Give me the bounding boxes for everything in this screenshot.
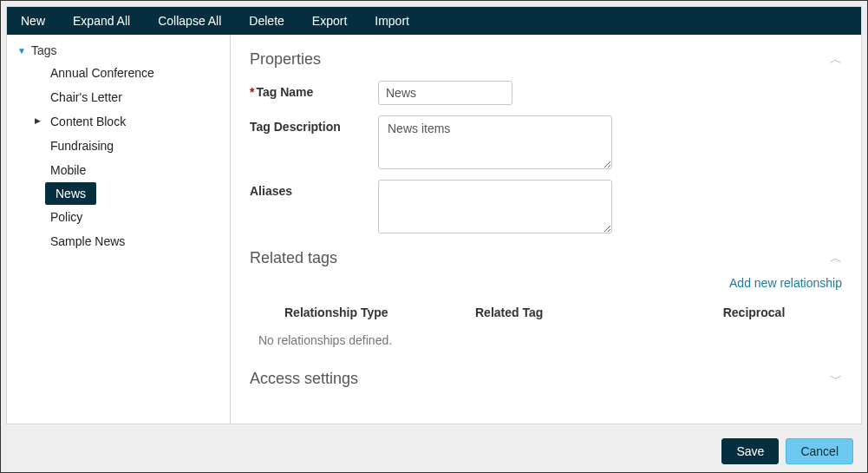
col-related-tag: Related Tag	[475, 305, 666, 319]
tag-description-textarea[interactable]: News items	[378, 115, 612, 169]
add-new-relationship-link[interactable]: Add new relationship	[250, 273, 842, 299]
toolbar-delete[interactable]: Delete	[235, 8, 297, 34]
content-panel: Properties ︿ *Tag Name Tag Description N…	[231, 35, 861, 424]
triangle-down-icon: ▼	[17, 46, 26, 56]
access-settings-header[interactable]: Access settings ﹀	[250, 363, 842, 395]
chevron-down-icon[interactable]: ﹀	[830, 371, 842, 387]
tree-item-fundraising[interactable]: Fundraising	[7, 134, 230, 158]
col-reciprocal: Reciprocal	[666, 305, 842, 319]
tree-item-annual-conference[interactable]: Annual Conference	[7, 61, 230, 85]
cancel-button[interactable]: Cancel	[786, 438, 853, 464]
chevron-up-icon[interactable]: ︿	[830, 251, 842, 266]
tag-description-label: Tag Description	[250, 115, 378, 134]
toolbar-new[interactable]: New	[7, 8, 59, 34]
tree-item-content-block[interactable]: Content Block	[7, 109, 230, 134]
tree-item-news[interactable]: News	[45, 182, 96, 205]
tree-item-sample-news[interactable]: Sample News	[7, 229, 230, 253]
required-icon: *	[250, 85, 254, 99]
properties-heading: Properties	[250, 50, 321, 69]
tree-root-label: Tags	[31, 43, 57, 57]
save-button[interactable]: Save	[721, 438, 779, 464]
toolbar-import[interactable]: Import	[361, 8, 423, 34]
tree-root-tags[interactable]: ▼ Tags	[7, 40, 230, 61]
tree-item-mobile[interactable]: Mobile	[7, 158, 230, 182]
toolbar-collapse-all[interactable]: Collapse All	[144, 8, 235, 34]
aliases-textarea[interactable]	[378, 180, 612, 233]
aliases-label: Aliases	[250, 180, 378, 198]
access-settings-heading: Access settings	[250, 370, 358, 388]
sidebar-tree: ▼ Tags Annual Conference Chair's Letter …	[7, 35, 231, 424]
relationship-table-header: Relationship Type Related Tag Reciprocal	[250, 299, 842, 330]
footer-buttons: Save Cancel	[1, 430, 867, 464]
tree-item-chairs-letter[interactable]: Chair's Letter	[7, 85, 230, 109]
properties-header[interactable]: Properties ︿	[250, 43, 842, 76]
chevron-up-icon[interactable]: ︿	[830, 52, 842, 68]
tag-name-label: *Tag Name	[250, 81, 378, 99]
tag-name-input[interactable]	[378, 81, 512, 105]
toolbar-expand-all[interactable]: Expand All	[59, 8, 144, 34]
toolbar-export[interactable]: Export	[298, 8, 361, 34]
related-tags-heading: Related tags	[250, 249, 337, 267]
col-relationship-type: Relationship Type	[250, 305, 475, 319]
no-relationships-text: No relationships defined.	[250, 330, 842, 363]
tree-item-policy[interactable]: Policy	[7, 205, 230, 229]
related-tags-header[interactable]: Related tags ︿	[250, 239, 842, 273]
toolbar: New Expand All Collapse All Delete Expor…	[7, 7, 861, 35]
